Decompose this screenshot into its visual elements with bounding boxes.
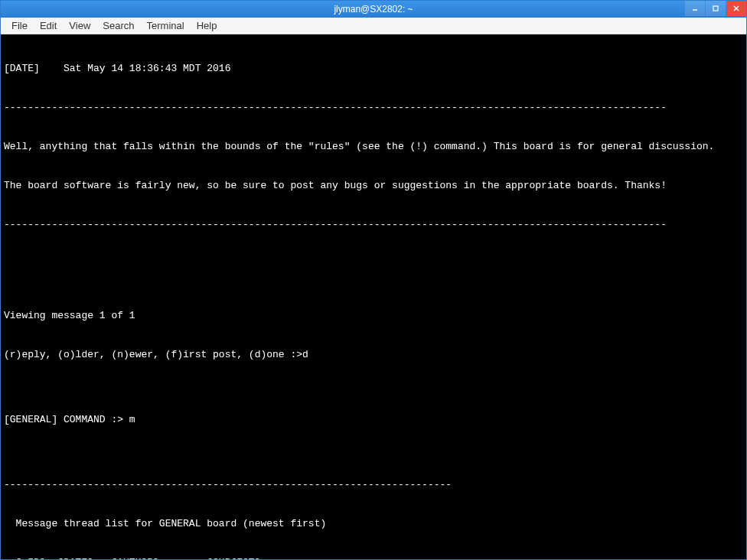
term-line: The board software is fairly new, so be … — [4, 179, 743, 192]
minimize-icon — [691, 5, 699, 12]
terminal-output[interactable]: [DATE] Sat May 14 18:36:43 MDT 2016 ----… — [1, 34, 746, 559]
terminal-window: jlyman@SX2802: ~ File Edit View Search T… — [0, 0, 747, 560]
term-line: Message thread list for GENERAL board (n… — [4, 517, 743, 530]
term-line: Viewing message 1 of 1 — [4, 309, 743, 322]
menu-help[interactable]: Help — [191, 18, 223, 33]
close-button[interactable] — [726, 1, 746, 16]
term-line: ----------------------------------------… — [4, 218, 743, 231]
close-icon — [732, 5, 740, 12]
titlebar[interactable]: jlyman@SX2802: ~ — [1, 1, 746, 18]
menu-search[interactable]: Search — [96, 18, 140, 33]
term-line: [GENERAL] COMMAND :> m — [4, 413, 743, 426]
menu-view[interactable]: View — [63, 18, 96, 33]
menu-file[interactable]: File — [5, 18, 34, 33]
term-line: [DATE] Sat May 14 18:36:43 MDT 2016 — [4, 62, 743, 75]
term-line: (r)eply, (o)lder, (n)ewer, (f)irst post,… — [4, 348, 743, 361]
maximize-icon — [712, 5, 719, 12]
menubar: File Edit View Search Terminal Help — [1, 18, 746, 34]
menu-terminal[interactable]: Terminal — [141, 18, 191, 33]
minimize-button[interactable] — [685, 1, 705, 16]
window-title: jlyman@SX2802: ~ — [334, 4, 413, 15]
term-line: Well, anything that falls within the bou… — [4, 140, 743, 153]
svg-rect-1 — [713, 6, 718, 11]
term-line: ----------------------------------------… — [4, 101, 743, 114]
term-line: [ ID] [DATE] [AUTHOR] [SUBJECT] — [4, 556, 743, 559]
term-line: ----------------------------------------… — [4, 478, 743, 491]
window-controls — [685, 1, 746, 18]
menu-edit[interactable]: Edit — [34, 18, 63, 33]
maximize-button[interactable] — [706, 1, 726, 16]
